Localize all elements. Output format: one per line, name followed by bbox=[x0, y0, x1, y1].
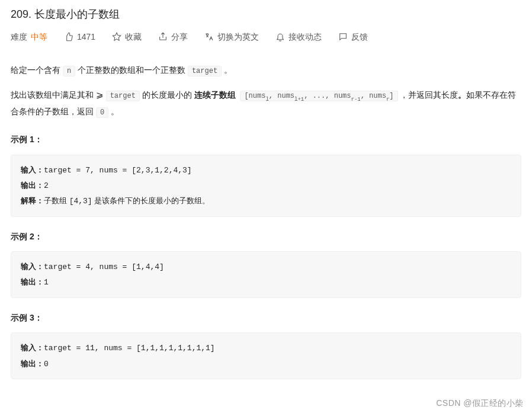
ge-symbol: ⩾ bbox=[96, 90, 106, 100]
output-label: 输出： bbox=[21, 181, 44, 190]
subscribe-button[interactable]: 接收动态 bbox=[275, 30, 322, 43]
bold-text: 连续子数组 bbox=[194, 90, 236, 100]
input-value: target = 4, nums = [1,4,4] bbox=[44, 262, 164, 271]
bold-text: 。 bbox=[458, 90, 466, 100]
switch-lang-label: 切换为英文 bbox=[217, 30, 259, 43]
translate-icon bbox=[204, 32, 214, 41]
desc-text: ，并返回其长度 bbox=[398, 90, 459, 100]
example-title-1: 示例 1： bbox=[11, 133, 521, 146]
input-label: 输入： bbox=[21, 165, 44, 174]
input-value: target = 11, nums = [1,1,1,1,1,1,1,1] bbox=[44, 344, 215, 353]
output-value: 2 bbox=[44, 181, 49, 190]
output-label: 输出： bbox=[21, 277, 44, 286]
example-block-1: 输入：target = 7, nums = [2,3,1,2,4,3] 输出：2… bbox=[11, 155, 521, 217]
subscribe-label: 接收动态 bbox=[289, 30, 322, 43]
comment-icon bbox=[338, 32, 348, 41]
switch-lang-button[interactable]: 切换为英文 bbox=[204, 30, 259, 43]
desc-text: 给定一个含有 bbox=[11, 65, 63, 75]
desc-text: 个正整数的数组和一个正整数 bbox=[75, 65, 188, 75]
favorite-label: 收藏 bbox=[125, 30, 142, 43]
problem-description: 给定一个含有 n 个正整数的数组和一个正整数 target 。 找出该数组中满足… bbox=[11, 62, 521, 120]
difficulty-value: 中等 bbox=[31, 30, 47, 43]
likes-count: 1471 bbox=[77, 30, 95, 43]
feedback-label: 反馈 bbox=[351, 30, 368, 43]
code-n: n bbox=[63, 66, 75, 76]
explain-text: 是该条件下的长度最小的子数组。 bbox=[92, 196, 210, 205]
explain-code: [4,3] bbox=[69, 197, 92, 206]
difficulty-label: 难度 bbox=[11, 30, 27, 43]
feedback-button[interactable]: 反馈 bbox=[338, 30, 368, 43]
code-array: [numsl, numsl+1, ..., numsr-1, numsr] bbox=[240, 91, 398, 101]
code-target: target bbox=[106, 91, 140, 101]
watermark: CSDN @假正经的小柴 bbox=[436, 396, 524, 409]
star-icon bbox=[112, 32, 121, 41]
favorite-button[interactable]: 收藏 bbox=[112, 30, 142, 43]
output-value: 0 bbox=[44, 360, 49, 369]
output-label: 输出： bbox=[21, 359, 44, 368]
share-icon bbox=[158, 32, 168, 41]
meta-row: 难度 中等 1471 收藏 分享 切换为英文 接收动态 反馈 bbox=[11, 30, 521, 43]
likes-button[interactable]: 1471 bbox=[64, 30, 95, 43]
code-zero: 0 bbox=[96, 107, 108, 118]
bell-icon bbox=[275, 32, 285, 41]
explain-label: 解释： bbox=[21, 196, 44, 205]
example-title-2: 示例 2： bbox=[11, 230, 521, 243]
share-label: 分享 bbox=[171, 30, 188, 43]
example-block-2: 输入：target = 4, nums = [1,4,4] 输出：1 bbox=[11, 251, 521, 298]
input-label: 输入： bbox=[21, 343, 44, 352]
difficulty: 难度 中等 bbox=[11, 30, 47, 43]
example-title-3: 示例 3： bbox=[11, 311, 521, 324]
input-label: 输入： bbox=[21, 262, 44, 271]
problem-title: 209. 长度最小的子数组 bbox=[11, 6, 521, 23]
input-value: target = 7, nums = [2,3,1,2,4,3] bbox=[44, 166, 192, 175]
desc-text: 。 bbox=[222, 65, 232, 75]
desc-text: 的长度最小的 bbox=[140, 90, 194, 100]
explain-text: 子数组 bbox=[44, 196, 69, 205]
output-value: 1 bbox=[44, 278, 49, 287]
desc-text: 找出该数组中满足其和 bbox=[11, 90, 96, 100]
desc-text: 。 bbox=[108, 107, 119, 116]
thumbs-up-icon bbox=[64, 32, 73, 41]
example-block-3: 输入：target = 11, nums = [1,1,1,1,1,1,1,1]… bbox=[11, 332, 521, 379]
share-button[interactable]: 分享 bbox=[158, 30, 188, 43]
code-target: target bbox=[188, 66, 222, 76]
